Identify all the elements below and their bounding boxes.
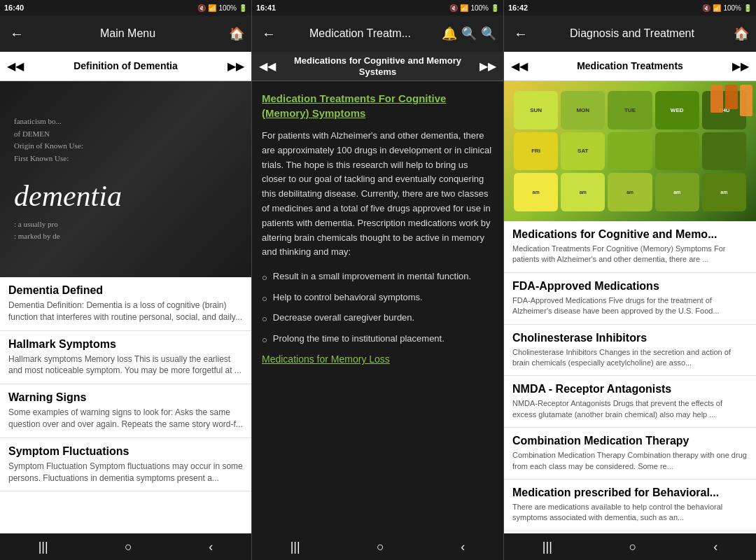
status-bar-3: 16:42 🔇 📶 100% 🔋 [504,0,756,15]
appbar-title-2: Medication Treatm... [284,27,436,40]
item-desc: There are medications available to help … [512,502,748,524]
bullet-item: ○ Prolong the time to institutional plac… [262,332,493,347]
next-chapter-1[interactable]: ▶▶ [225,58,247,74]
status-icons-2: 🔇 📶 100% 🔋 [449,4,499,12]
prev-chapter-2[interactable]: ◀◀ [256,58,279,74]
bullet-item: ○ Help to control behavioral symptoms. [262,290,493,306]
nav-menu-icon[interactable]: ||| [290,540,300,554]
appbar-1: ← Main Menu 🏠 [0,15,251,52]
chapter-title-3: Medication Treatments [531,60,729,72]
nav-home-icon[interactable]: ○ [125,540,132,554]
list-item[interactable]: Dementia Defined Dementia Definition: De… [0,277,251,331]
time-2: 16:41 [256,4,276,12]
item-title: Cholinesterase Inhibitors [512,332,748,344]
chapter-header-1: ◀◀ Definition of Dementia ▶▶ [0,52,251,81]
item-desc: Hallmark symptoms Memory loss This is us… [8,354,243,377]
nav-back-icon[interactable]: ‹ [461,540,465,554]
bullet-item: ○ Result in a small improvement in menta… [262,270,493,285]
back-button-3[interactable]: ← [511,26,531,42]
list-item[interactable]: Medication prescribed for Behavioral... … [504,479,756,531]
search-icon-2[interactable]: 🔍 [481,26,496,41]
back-button-1[interactable]: ← [7,26,27,42]
item-title: NMDA - Receptor Antagonists [512,383,748,396]
item-desc: Some examples of warning signs to look f… [8,407,243,430]
dementia-image: fanaticism bo... of DEMEN Origin of Know… [0,81,251,277]
item-title: Medications for Cognitive and Memo... [512,228,748,241]
appbar-3: ← Diagnosis and Treatment 🏠 [504,15,756,52]
list-item[interactable]: FDA-Approved Medications FDA-Approved Me… [504,273,756,325]
nav-menu-icon[interactable]: ||| [38,540,48,554]
bullet-dot: ○ [262,312,267,326]
bullet-dot: ○ [262,271,267,285]
status-icons-3: 🔇 📶 100% 🔋 [702,4,752,12]
chapter-title-1: Definition of Dementia [27,60,225,72]
bullet-dot: ○ [262,292,267,306]
list-item[interactable]: Combination Medication Therapy Combinati… [504,428,756,479]
time-3: 16:42 [508,4,528,12]
appbar-2: ← Medication Treatm... 🔔 🔍 🔍 [252,15,503,52]
panel3-list: Medications for Cognitive and Memo... Me… [504,221,756,533]
item-desc: Symptom Fluctuation Symptom fluctuations… [8,461,243,484]
panel2-content: Medication Treatments For Cognitive (Mem… [252,81,503,533]
navbar-1: ||| ○ ‹ [0,533,251,560]
nav-menu-icon[interactable]: ||| [542,540,552,554]
appbar-title-1: Main Menu [32,27,223,40]
navbar-2: ||| ○ ‹ [252,533,503,560]
back-button-2[interactable]: ← [259,26,279,42]
list-item[interactable]: Hallmark Symptoms Hallmark symptoms Memo… [0,331,251,385]
nav-back-icon[interactable]: ‹ [209,540,213,554]
search-icon-1[interactable]: 🔍 [461,26,477,41]
item-title: Combination Medication Therapy [512,435,748,447]
status-bar-2: 16:41 🔇 📶 100% 🔋 [252,0,503,15]
nav-home-icon[interactable]: ○ [377,540,384,554]
item-title: Warning Signs [8,391,243,404]
p2-heading: Medication Treatments For Cognitive (Mem… [262,91,493,120]
item-title: Dementia Defined [8,284,243,297]
pill-organizer-image: SUN MON TUE WED THU FRI SAT am am am am … [504,81,756,221]
status-bar-1: 16:40 🔇 📶 100% 🔋 [0,0,251,15]
chapter-header-3: ◀◀ Medication Treatments ▶▶ [504,52,756,81]
item-desc: Combination Medication Therapy Combinati… [512,450,748,472]
nav-home-icon[interactable]: ○ [629,540,637,554]
item-title: Hallmark Symptoms [8,338,243,351]
item-title: Medication prescribed for Behavioral... [512,486,748,499]
p2-body: For patients with Alzheimer's and other … [262,129,493,260]
list-item[interactable]: Medications for Cognitive and Memo... Me… [504,221,756,273]
next-chapter-2[interactable]: ▶▶ [477,58,499,74]
chapter-header-2: ◀◀ Medications for Cognitive and Memory … [252,52,503,81]
item-desc: Cholinesterase Inhibitors Changes in the… [512,347,748,369]
status-icons-1: 🔇 📶 100% 🔋 [197,4,247,12]
list-item[interactable]: NMDA - Receptor Antagonists NMDA-Recepto… [504,376,756,428]
next-chapter-3[interactable]: ▶▶ [729,58,752,74]
prev-chapter-1[interactable]: ◀◀ [4,58,27,74]
list-item[interactable]: Cholinesterase Inhibitors Cholinesterase… [504,325,756,377]
appbar-action-icons: 🔔 🔍 🔍 [442,26,496,41]
item-title: Symptom Fluctuations [8,445,243,458]
prev-chapter-3[interactable]: ◀◀ [508,58,531,74]
medications-memory-link[interactable]: Medications for Memory Loss [262,354,493,365]
nav-back-icon[interactable]: ‹ [713,540,718,554]
appbar-title-3: Diagnosis and Treatment [536,27,728,40]
home-button-1[interactable]: 🏠 [229,26,244,41]
item-desc: NMDA-Receptor Antagonists Drugs that pre… [512,398,748,420]
navbar-3: ||| ○ ‹ [504,533,756,560]
list-item[interactable]: Symptom Fluctuations Symptom Fluctuation… [0,438,251,492]
time-1: 16:40 [4,4,24,12]
item-title: FDA-Approved Medications [512,280,748,293]
bullet-item: ○ Decrease overall caregiver burden. [262,311,493,326]
list-item[interactable]: Warning Signs Some examples of warning s… [0,384,251,438]
item-desc: FDA-Approved Medications Five drugs for … [512,295,748,317]
home-button-3[interactable]: 🏠 [734,26,749,41]
chapter-title-2: Medications for Cognitive and Memory Sys… [279,55,477,77]
item-desc: Dementia Definition: Dementia is a loss … [8,300,243,323]
bullet-dot: ○ [262,333,267,347]
notification-icon[interactable]: 🔔 [442,26,457,41]
panel1-content: Dementia Defined Dementia Definition: De… [0,277,251,533]
item-desc: Medication Treatments For Cognitive (Mem… [512,244,748,265]
